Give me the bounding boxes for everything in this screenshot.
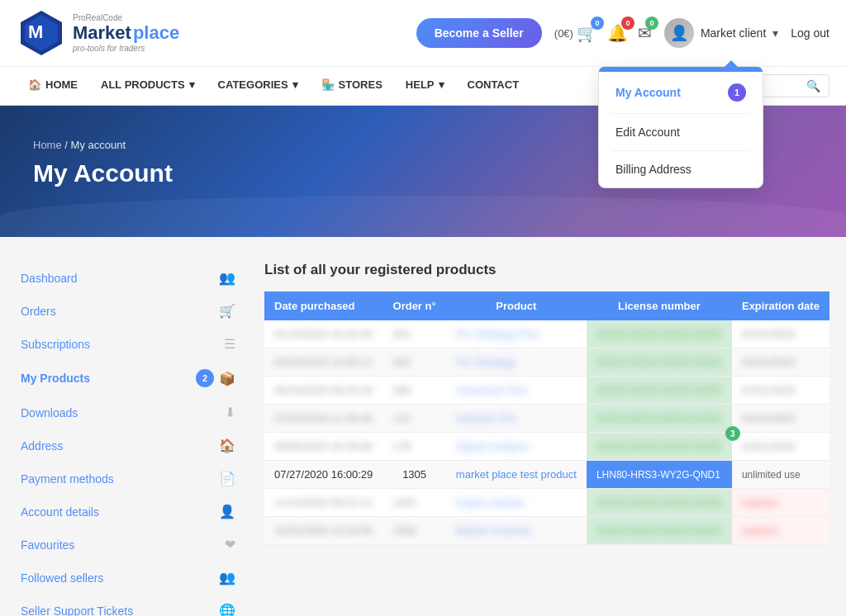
cell-license: XXXX-XXXX-XXXX-XXXX [587, 489, 732, 517]
cell-product: Pro Strategy [446, 348, 587, 377]
cell-order: 1502 [383, 517, 445, 545]
cell-license-visible: LHN80-HRS3-WY2G-QND1 [587, 461, 732, 489]
followed-sellers-icon: 👥 [219, 570, 235, 585]
dropdown-item-my-account[interactable]: My Account 1 [599, 72, 763, 113]
sidebar-item-subscriptions[interactable]: Subscriptions ☰ [17, 328, 240, 361]
table-row: 01/15/2019 10:22:45 001 Pro Strategy Plu… [264, 320, 829, 348]
cell-date: 03/20/2019 14:05:11 [264, 348, 383, 377]
sidebar-item-followed-sellers[interactable]: Followed sellers 👥 [17, 562, 240, 595]
logo-market: Market [73, 22, 131, 44]
bell-icon-wrap[interactable]: 🔔 0 [607, 23, 628, 43]
nav-help[interactable]: HELP ▾ [394, 67, 456, 105]
cell-date: 05/10/2019 09:15:33 [264, 377, 383, 405]
subscriptions-icon: ☰ [224, 336, 235, 352]
table-row: 09/05/2019 16:30:00 178 Signal Analyzer … [264, 433, 829, 461]
dropdown-arrow [725, 60, 738, 67]
table-header: Date purchased Order n° Product License … [264, 291, 829, 320]
home-icon: 🏠 [28, 78, 41, 91]
account-dropdown: My Account 1 Edit Account Billing Addres… [598, 66, 763, 188]
table-area: List of all your registered products Dat… [264, 262, 829, 616]
cell-product: Advanced Tool [446, 377, 587, 405]
logo-place: place [133, 22, 179, 44]
col-date: Date purchased [264, 291, 383, 320]
help-arrow: ▾ [439, 78, 444, 91]
svg-text:M: M [28, 21, 43, 42]
breadcrumb-sep: / [64, 139, 70, 151]
cell-expiry: expired [732, 489, 829, 517]
logo-text: ProRealCode Market place pro-tools for t… [73, 13, 179, 53]
table-row: 11/14/2020 08:22:11 1401 Expert Advisor … [264, 489, 829, 517]
col-product: Product [446, 291, 587, 320]
sidebar-item-downloads[interactable]: Downloads ⬇ [17, 396, 240, 429]
cell-product: Indicator Pro [446, 405, 587, 433]
col-license: License number [587, 291, 732, 320]
search-icon: 🔍 [806, 79, 820, 92]
account-details-icon: 👤 [219, 504, 235, 519]
downloads-icon: ⬇ [225, 405, 235, 420]
sidebar-item-payment[interactable]: Payment methods 📄 [17, 462, 240, 495]
cart-label: (0€) [554, 27, 573, 40]
favourites-icon: ❤ [225, 537, 235, 552]
user-area[interactable]: 👤 Market client ▾ [664, 18, 778, 48]
address-icon: 🏠 [219, 438, 235, 453]
table-title: List of all your registered products [264, 262, 829, 278]
cell-date: 09/05/2019 16:30:00 [264, 433, 383, 461]
cell-license: XXXX-XXXX-XXXX-XXXX [587, 517, 732, 545]
stores-icon: 🏪 [321, 78, 335, 91]
breadcrumb-home[interactable]: Home [33, 139, 62, 151]
mail-badge: 0 [645, 17, 658, 30]
cell-order: 178 [383, 433, 445, 461]
bell-badge: 0 [621, 17, 634, 30]
logo-icon: M [17, 8, 66, 58]
cell-expiry: 01/01/2022 [732, 433, 829, 461]
cell-expiry: expired [732, 517, 829, 545]
header-icons: (0€) 🛒 0 🔔 0 ✉ 0 [554, 23, 652, 43]
nav-all-products[interactable]: ALL PRODUCTS ▾ [89, 67, 207, 105]
cell-product-visible[interactable]: market place test product [446, 461, 587, 489]
cart-area[interactable]: (0€) 🛒 0 [554, 23, 597, 43]
logo-area: M ProRealCode Market place pro-tools for… [17, 8, 179, 58]
sidebar-item-address[interactable]: Address 🏠 [17, 429, 240, 462]
cell-order: 001 [383, 320, 445, 348]
nav-contact[interactable]: CONTACT [456, 67, 531, 105]
table-body: 01/15/2019 10:22:45 001 Pro Strategy Plu… [264, 320, 829, 545]
nav-categories[interactable]: CATEGORIES ▾ [207, 67, 310, 105]
table-row-highlighted: 07/27/2020 16:00:29 1305 market place te… [264, 461, 829, 489]
nav-home[interactable]: 🏠 HOME [17, 67, 89, 105]
cell-product: Pro Strategy Plus [446, 320, 587, 348]
sidebar-item-my-products[interactable]: My Products 2 📦 [17, 361, 240, 396]
cell-date: 11/14/2020 08:22:11 [264, 489, 383, 517]
orders-icon: 🛒 [219, 303, 235, 319]
payment-icon: 📄 [219, 471, 235, 486]
table-badge-3: 3 [725, 426, 740, 441]
user-dropdown-arrow: ▾ [772, 26, 778, 40]
logout-button[interactable]: Log out [791, 26, 829, 40]
main-content: Dashboard 👥 Orders 🛒 Subscriptions ☰ My … [0, 237, 846, 616]
become-seller-button[interactable]: Become a Seller [416, 18, 542, 48]
sidebar: Dashboard 👥 Orders 🛒 Subscriptions ☰ My … [17, 262, 240, 616]
my-products-icon: 📦 [219, 371, 235, 386]
col-expiry: Expiration date [732, 291, 829, 320]
dropdown-item-edit-account[interactable]: Edit Account [599, 114, 763, 150]
cell-license: XXXX-XXXX-XXXX-XXXX [587, 405, 732, 433]
cell-order-visible: 1305 [383, 461, 445, 489]
sidebar-item-orders[interactable]: Orders 🛒 [17, 295, 240, 328]
table-row: 12/01/2020 13:10:55 1502 Market Scanner … [264, 517, 829, 545]
sidebar-item-account-details[interactable]: Account details 👤 [17, 495, 240, 528]
dropdown-item-billing-address[interactable]: Billing Address [599, 151, 763, 187]
nav-stores[interactable]: 🏪 STORES [310, 67, 394, 105]
cell-license: XXXX-XXXX-XXXX-XXXX 3 [587, 433, 732, 461]
cell-order: 112 [383, 405, 445, 433]
table-row: 07/22/2019 11:45:20 112 Indicator Pro XX… [264, 405, 829, 433]
cell-license: XXXX-XXXX-XXXX-XXXX [587, 377, 732, 405]
cell-order: 042 [383, 348, 445, 377]
mail-icon-wrap[interactable]: ✉ 0 [638, 23, 652, 43]
sidebar-item-favourites[interactable]: Favourites ❤ [17, 528, 240, 562]
sidebar-item-support-tickets[interactable]: Seller Support Tickets 🌐 [17, 595, 240, 616]
cell-date-visible: 07/27/2020 16:00:29 [264, 461, 383, 489]
breadcrumb-current: My account [71, 139, 126, 151]
user-label: Market client [701, 26, 766, 40]
sidebar-item-dashboard[interactable]: Dashboard 👥 [17, 262, 240, 295]
cell-expiry: 01/01/2022 [732, 320, 829, 348]
categories-arrow: ▾ [292, 78, 298, 91]
